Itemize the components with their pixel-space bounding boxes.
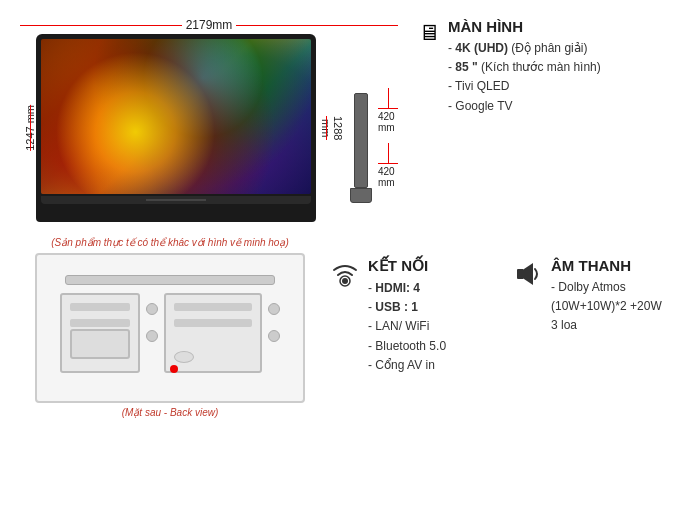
display-spec-size: - 85 " (Kích thước màn hình) bbox=[448, 58, 601, 77]
port-right-circle bbox=[174, 351, 194, 363]
audio-speakers: 3 loa bbox=[551, 316, 676, 335]
port-circle-4 bbox=[268, 330, 280, 342]
audio-title: ÂM THANH bbox=[551, 257, 676, 274]
depth-dimension: 1288mm bbox=[316, 116, 344, 140]
conn-av: - Cổng AV in bbox=[368, 356, 446, 375]
side-dim-bottom: 420 mm bbox=[378, 143, 398, 188]
port-circle-1 bbox=[146, 303, 158, 315]
display-section: 🖥 MÀN HÌNH - 4K (UHD) (Độ phân giải) - 8… bbox=[418, 18, 676, 116]
port-bar-top bbox=[65, 275, 275, 285]
port-box-left bbox=[60, 293, 140, 373]
port-circle-2 bbox=[146, 330, 158, 342]
port-circles bbox=[146, 303, 158, 342]
connectivity-svg-icon bbox=[330, 259, 360, 289]
svg-marker-3 bbox=[524, 263, 533, 285]
audio-dolby: - Dolby Atmos (10W+10W)*2 +20W bbox=[551, 278, 676, 316]
connectivity-section: KẾT NỐI - HDMI: 4 - USB : 1 - LAN/ WiFi … bbox=[330, 257, 493, 385]
port-inner-bar2 bbox=[70, 319, 130, 327]
conn-bt: - Bluetooth 5.0 bbox=[368, 337, 446, 356]
svg-point-0 bbox=[342, 278, 348, 284]
connectivity-content: KẾT NỐI - HDMI: 4 - USB : 1 - LAN/ WiFi … bbox=[368, 257, 446, 375]
height-dimension: 1247 mm bbox=[20, 105, 36, 151]
audio-icon bbox=[513, 259, 543, 295]
connectivity-icon bbox=[330, 259, 360, 296]
port-right-bar bbox=[174, 303, 252, 311]
port-box-right bbox=[164, 293, 262, 373]
back-note-bottom: (Mặt sau - Back view) bbox=[20, 407, 320, 418]
connectivity-info: KẾT NỐI - HDMI: 4 - USB : 1 - LAN/ WiFi … bbox=[330, 257, 493, 375]
tv-base bbox=[41, 196, 311, 204]
port-circle-3 bbox=[268, 303, 280, 315]
display-specs: - 4K (UHD) (Độ phân giải) - 85 " (Kích t… bbox=[448, 39, 601, 116]
back-note-top: (Sản phẩm thực tế có thể khác với hình v… bbox=[20, 237, 320, 248]
side-view: 420 mm 420 mm bbox=[354, 88, 398, 188]
audio-section: ÂM THANH - Dolby Atmos (10W+10W)*2 +20W … bbox=[513, 257, 676, 385]
conn-lan: - LAN/ WiFi bbox=[368, 317, 446, 336]
conn-usb: - USB : 1 bbox=[368, 298, 446, 317]
port-circles-right bbox=[268, 303, 280, 342]
port-inner-large bbox=[70, 329, 130, 359]
back-tv-frame bbox=[35, 253, 305, 403]
display-spec-os: - Google TV bbox=[448, 97, 601, 116]
display-spec-resolution: - 4K (UHD) (Độ phân giải) bbox=[448, 39, 601, 58]
audio-content: ÂM THANH - Dolby Atmos (10W+10W)*2 +20W … bbox=[551, 257, 676, 336]
display-spec-type: - Tivi QLED bbox=[448, 77, 601, 96]
back-view-area: (Sản phẩm thực tế có thể khác với hình v… bbox=[20, 237, 320, 418]
display-title: MÀN HÌNH bbox=[448, 18, 601, 35]
screen-image bbox=[41, 39, 311, 194]
port-inner-bar bbox=[70, 303, 130, 311]
indicator-dot bbox=[170, 365, 178, 373]
tv-stand-bar bbox=[146, 199, 206, 201]
conn-hdmi: - HDMI: 4 bbox=[368, 279, 446, 298]
width-dimension: 2179mm bbox=[20, 18, 398, 32]
audio-svg-icon bbox=[513, 259, 543, 289]
svg-rect-2 bbox=[517, 269, 524, 279]
display-info: 🖥 MÀN HÌNH - 4K (UHD) (Độ phân giải) - 8… bbox=[408, 18, 676, 222]
audio-specs: - Dolby Atmos (10W+10W)*2 +20W 3 loa bbox=[551, 278, 676, 336]
port-right-bar2 bbox=[174, 319, 252, 327]
audio-info: ÂM THANH - Dolby Atmos (10W+10W)*2 +20W … bbox=[513, 257, 676, 336]
bottom-right-info: KẾT NỐI - HDMI: 4 - USB : 1 - LAN/ WiFi … bbox=[330, 237, 676, 385]
side-dim-top: 420 mm bbox=[378, 88, 398, 133]
tv-front-view bbox=[36, 34, 316, 222]
display-icon: 🖥 bbox=[418, 20, 440, 46]
tv-diagram: 2179mm 1247 mm 1288mm bbox=[20, 18, 398, 222]
connectivity-title: KẾT NỐI bbox=[368, 257, 446, 275]
connectivity-specs: - HDMI: 4 - USB : 1 - LAN/ WiFi - Blueto… bbox=[368, 279, 446, 375]
port-area bbox=[60, 293, 280, 373]
tv-screen bbox=[41, 39, 311, 194]
